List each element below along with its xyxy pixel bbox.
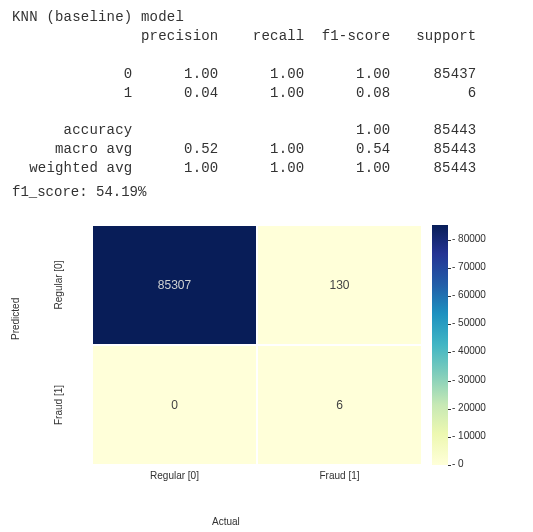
- colorbar-tick: - 80000: [452, 233, 486, 244]
- colorbar-tick: - 50000: [452, 317, 486, 328]
- colorbar-tick: - 40000: [452, 345, 486, 356]
- page-root: KNN (baseline) model precision recall f1…: [0, 0, 533, 532]
- colorbar-tick: - 20000: [452, 402, 486, 413]
- classification-report: KNN (baseline) model precision recall f1…: [12, 8, 521, 178]
- y-axis-ticks: Regular [0] Fraud [1]: [24, 225, 92, 465]
- x-tick: Regular [0]: [92, 470, 257, 481]
- colorbar: [432, 225, 448, 465]
- heatmap-cell: 85307: [92, 225, 257, 345]
- heatmap-grid: 85307 130 0 6: [92, 225, 422, 465]
- colorbar-tick: - 10000: [452, 430, 486, 441]
- x-tick: Fraud [1]: [257, 470, 422, 481]
- confusion-matrix-chart: Predicted Regular [0] Fraud [1] 85307 13…: [12, 225, 512, 525]
- f1-score-line: f1_score: 54.19%: [12, 184, 521, 200]
- heatmap-cell: 6: [257, 345, 422, 465]
- colorbar-tick: - 0: [452, 458, 464, 469]
- colorbar-tick: - 60000: [452, 289, 486, 300]
- x-axis-label: Actual: [212, 516, 240, 527]
- colorbar-tick: - 30000: [452, 374, 486, 385]
- x-axis-ticks: Regular [0] Fraud [1]: [92, 470, 422, 486]
- colorbar-tick: - 70000: [452, 261, 486, 272]
- heatmap-cell: 0: [92, 345, 257, 465]
- colorbar-ticks: - 80000- 70000- 60000- 50000- 40000- 300…: [452, 220, 512, 470]
- heatmap-cell: 130: [257, 225, 422, 345]
